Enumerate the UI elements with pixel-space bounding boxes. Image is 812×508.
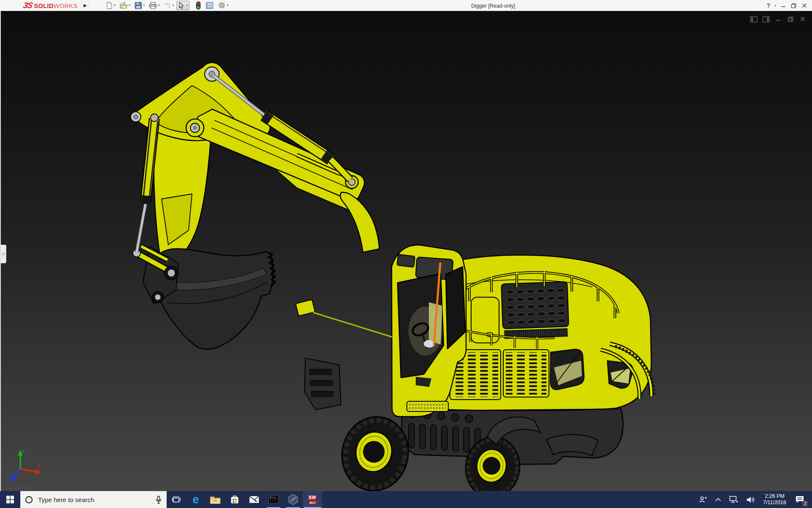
- mail-icon: [249, 496, 259, 503]
- body-side-window: [550, 349, 584, 389]
- minimize-icon: [775, 16, 781, 22]
- titlebar: 3S SOLID WORKS ▶ ▾ ▾: [0, 0, 812, 11]
- step-slat: [310, 380, 332, 386]
- document-window-controls: [749, 15, 807, 23]
- chevron-up-icon: [715, 498, 721, 502]
- taskbar-store-button[interactable]: [225, 491, 244, 508]
- show-left-pane-button[interactable]: [749, 15, 758, 23]
- system-tray: 2:26 PM 7/11/2018 2: [696, 491, 812, 508]
- restore-icon: [791, 3, 796, 8]
- taskbar-mail-button[interactable]: [244, 491, 264, 508]
- cab-step: [407, 401, 448, 411]
- select-tool-button[interactable]: ▾: [176, 1, 189, 10]
- edge-icon: e: [192, 494, 199, 505]
- dropdown-caret-icon: ▾: [172, 3, 174, 7]
- document-close-button[interactable]: [798, 15, 807, 23]
- microphone-button[interactable]: [156, 496, 162, 504]
- clock[interactable]: 2:26 PM 7/11/2018: [760, 491, 789, 508]
- new-document-button[interactable]: ▾: [104, 1, 117, 10]
- start-button[interactable]: [0, 491, 20, 508]
- document-minimize-button[interactable]: [774, 15, 782, 23]
- triad-y-label: y: [22, 448, 25, 453]
- digger-3d-model[interactable]: x y z: [1, 11, 812, 491]
- network-icon: [729, 496, 738, 503]
- flyout-arrow-icon: ▶: [83, 3, 87, 8]
- show-hidden-icons-button[interactable]: [713, 491, 724, 508]
- document-restore-button[interactable]: [786, 15, 795, 23]
- cortana-icon: [25, 496, 33, 503]
- options-button[interactable]: ▾: [216, 1, 230, 10]
- save-icon: [134, 2, 142, 9]
- minimize-icon: [781, 3, 786, 8]
- search-input[interactable]: [37, 496, 151, 504]
- solidworks-logo: 3S SOLID WORKS: [23, 1, 77, 10]
- people-button[interactable]: [696, 491, 710, 508]
- dropdown-caret-icon: ▾: [186, 3, 188, 7]
- taskbar-solidworks-button[interactable]: SW 2017: [303, 491, 322, 508]
- undo-button[interactable]: ▾: [162, 1, 176, 10]
- task-view-button[interactable]: [167, 491, 186, 508]
- options-gear-icon: [218, 1, 226, 9]
- help-button[interactable]: ?: [764, 0, 773, 11]
- close-button[interactable]: [799, 0, 809, 11]
- graphics-viewport[interactable]: x y z: [0, 11, 812, 491]
- flyout-tab-dot-icon: [2, 253, 5, 255]
- print-icon: [149, 2, 157, 9]
- quick-toolbar: ▾ ▾ ▾: [104, 1, 230, 10]
- boom-assembly[interactable]: [131, 63, 379, 349]
- side-vent-grilles: [450, 350, 549, 400]
- people-icon: [699, 496, 707, 503]
- notification-badge: 2: [802, 500, 809, 507]
- close-icon: [800, 16, 806, 22]
- show-right-pane-button[interactable]: [762, 15, 770, 23]
- new-document-icon: [106, 2, 113, 9]
- store-icon: [230, 495, 239, 504]
- menu-flyout-button[interactable]: ▶: [81, 0, 89, 11]
- dassault-3s-logo-icon: 3S: [22, 1, 33, 10]
- undo-icon: [164, 2, 171, 9]
- tray-date: 7/11/2018: [763, 500, 786, 505]
- dropdown-caret-icon: ▾: [158, 3, 159, 7]
- dropdown-caret-icon: ▾: [143, 3, 145, 7]
- print-button[interactable]: ▾: [147, 1, 161, 10]
- minimize-button[interactable]: [778, 0, 788, 11]
- taskbar-edrawings-button[interactable]: [283, 491, 303, 508]
- taskbar-search[interactable]: [20, 491, 167, 508]
- taskbar-command-prompt-button[interactable]: C:\_: [264, 491, 283, 508]
- restore-icon: [787, 16, 794, 22]
- orientation-triad: x y z: [5, 448, 41, 482]
- boom-foot: [340, 192, 379, 252]
- sw-year-label: 2017: [308, 501, 317, 505]
- view-orientation-label: *Dimetric: [8, 484, 35, 491]
- roof-unit: [397, 254, 415, 268]
- tray-time: 2:26 PM: [765, 493, 785, 499]
- triad-x-label: x: [38, 463, 41, 468]
- command-prompt-icon: C:\_: [269, 495, 279, 504]
- help-dropdown-button[interactable]: ▾: [773, 0, 778, 11]
- dropdown-caret-icon: ▾: [227, 3, 228, 7]
- open-folder-icon: [120, 2, 128, 9]
- taskbar-edge-button[interactable]: e: [186, 491, 206, 508]
- taskbar-file-explorer-button[interactable]: [206, 491, 225, 508]
- action-center-button[interactable]: 2: [792, 491, 808, 508]
- close-icon: [802, 3, 807, 8]
- solidworks-2017-icon: SW 2017: [307, 494, 318, 505]
- open-document-button[interactable]: ▾: [118, 1, 132, 10]
- rebuild-button[interactable]: [194, 1, 203, 10]
- save-button[interactable]: ▾: [133, 1, 146, 10]
- edrawings-icon: [288, 494, 299, 505]
- file-explorer-icon: [210, 495, 221, 504]
- windows-taskbar: e C:\_: [0, 491, 812, 508]
- mirror: [296, 300, 315, 316]
- feature-manager-flyout-tab[interactable]: [1, 245, 6, 263]
- network-button[interactable]: [727, 491, 741, 508]
- window-controls: ? ▾: [764, 0, 809, 11]
- cab-vent: [416, 377, 431, 387]
- file-properties-button[interactable]: [204, 1, 215, 10]
- volume-button[interactable]: [744, 491, 757, 508]
- restore-button[interactable]: [788, 0, 799, 11]
- rebuild-traffic-light-icon: [195, 1, 201, 10]
- mirror-arm: [313, 312, 392, 337]
- brand-name-works: WORKS: [54, 3, 78, 9]
- volume-icon: [746, 496, 755, 503]
